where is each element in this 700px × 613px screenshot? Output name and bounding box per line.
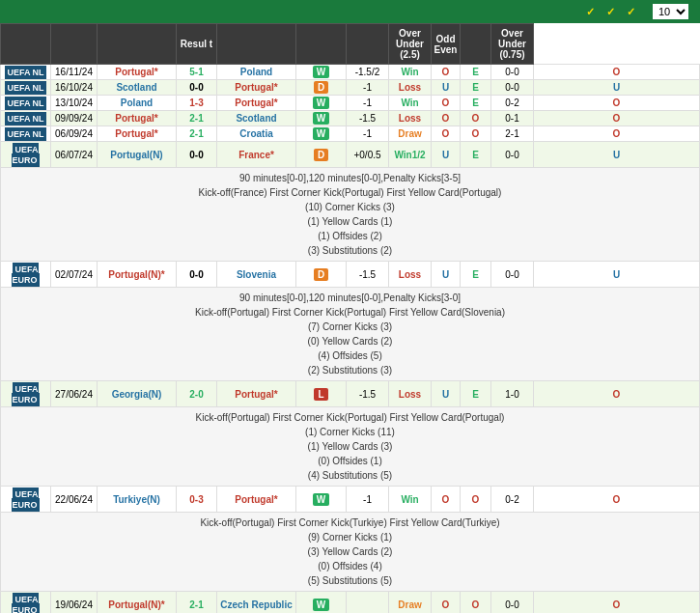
match-competition: UEFA NL xyxy=(1,111,51,126)
match-odds: Loss xyxy=(389,381,432,407)
col-header-date xyxy=(51,24,98,65)
match-competition: UEFA EURO xyxy=(1,142,51,168)
match-date: 06/09/24 xyxy=(51,126,98,142)
match-team1: Portugal(N)* xyxy=(98,262,177,288)
match-ht: 2-1 xyxy=(491,126,534,142)
col-header-odds xyxy=(347,24,389,65)
col-header-match xyxy=(1,24,51,65)
match-date: 27/06/24 xyxy=(51,381,98,407)
match-team1: Poland xyxy=(98,96,177,111)
match-competition: UEFA NL xyxy=(1,80,51,96)
match-wdl: W xyxy=(296,126,347,142)
match-odds: Loss xyxy=(389,80,432,96)
match-wdl: W xyxy=(296,65,347,80)
detail-row: Kick-off(Portugal) First Corner Kick(Tur… xyxy=(1,513,700,592)
match-team1: Scotland xyxy=(98,80,177,96)
match-date: 19/06/24 xyxy=(51,592,98,614)
match-date: 22/06/24 xyxy=(51,487,98,513)
match-odds: Loss xyxy=(389,111,432,126)
match-handicap: -1 xyxy=(347,487,389,513)
col-header-over075: Over Under (0.75) xyxy=(491,24,534,65)
match-team2: Portugal* xyxy=(217,487,296,513)
match-competition: UEFA EURO xyxy=(1,592,51,614)
match-ht: 0-0 xyxy=(491,142,534,168)
col-header-team1 xyxy=(98,24,177,65)
match-ht: 0-1 xyxy=(491,111,534,126)
match-over075: O xyxy=(534,111,700,126)
table-row: UEFA NL 16/11/24 Portugal* 5-1 Poland W … xyxy=(1,65,700,80)
match-competition: UEFA NL xyxy=(1,96,51,111)
match-odd-even: O xyxy=(461,592,491,614)
match-team1: Turkiye(N) xyxy=(98,487,177,513)
detail-text: Kick-off(Portugal) First Corner Kick(Tur… xyxy=(1,513,700,592)
match-odd-even: E xyxy=(461,142,491,168)
match-date: 09/09/24 xyxy=(51,111,98,126)
col-header-result: Resul t xyxy=(177,24,217,65)
match-ht: 0-0 xyxy=(491,80,534,96)
match-wdl: W xyxy=(296,487,347,513)
match-handicap xyxy=(347,592,389,614)
col-header-handicap xyxy=(296,24,347,65)
header-bar: ✓ ✓ ✓ 10 20 30 xyxy=(0,0,700,23)
match-result: 0-3 xyxy=(177,487,217,513)
match-odd-even: E xyxy=(461,80,491,96)
table-row: UEFA NL 16/10/24 Scotland 0-0 Portugal* … xyxy=(1,80,700,96)
match-result: 2-0 xyxy=(177,381,217,407)
match-team1: Portugal(N)* xyxy=(98,592,177,614)
match-odds: Draw xyxy=(389,592,432,614)
match-wdl: D xyxy=(296,142,347,168)
games-select[interactable]: 10 20 30 xyxy=(653,4,688,19)
match-team1: Portugal* xyxy=(98,126,177,142)
match-result: 5-1 xyxy=(177,65,217,80)
match-handicap: -1.5/2 xyxy=(347,65,389,80)
match-odd-even: O xyxy=(461,487,491,513)
match-odds: Win xyxy=(389,487,432,513)
col-header-team2 xyxy=(217,24,296,65)
match-team2: Scotland xyxy=(217,111,296,126)
match-odds: Draw xyxy=(389,126,432,142)
match-over-under: O xyxy=(432,111,461,126)
match-date: 02/07/24 xyxy=(51,262,98,288)
match-handicap: -1 xyxy=(347,126,389,142)
detail-text: 90 minutes[0-0],120 minutes[0-0],Penalty… xyxy=(1,168,700,262)
match-odd-even: O xyxy=(461,126,491,142)
match-result: 1-3 xyxy=(177,96,217,111)
match-wdl: W xyxy=(296,111,347,126)
col-header-over-under: Over Under (2.5) xyxy=(389,24,432,65)
match-result: 2-1 xyxy=(177,126,217,142)
match-wdl: L xyxy=(296,381,347,407)
match-handicap: -1 xyxy=(347,80,389,96)
table-row: UEFA NL 13/10/24 Poland 1-3 Portugal* W … xyxy=(1,96,700,111)
match-date: 16/10/24 xyxy=(51,80,98,96)
match-over075: O xyxy=(534,126,700,142)
match-competition: UEFA EURO xyxy=(1,381,51,407)
match-odds: Win xyxy=(389,96,432,111)
match-team2: Croatia xyxy=(217,126,296,142)
match-over075: O xyxy=(534,96,700,111)
match-over-under: O xyxy=(432,487,461,513)
match-result: 0-0 xyxy=(177,80,217,96)
match-odd-even: O xyxy=(461,111,491,126)
table-row: UEFA NL 06/09/24 Portugal* 2-1 Croatia W… xyxy=(1,126,700,142)
check-icon-1: ✓ xyxy=(586,6,595,18)
check-icon-3: ✓ xyxy=(627,6,635,18)
detail-row: 90 minutes[0-0],120 minutes[0-0],Penalty… xyxy=(1,168,700,262)
match-over-under: U xyxy=(432,142,461,168)
match-odds: Win1/2 xyxy=(389,142,432,168)
detail-text: 90 minutes[0-0],120 minutes[0-0],Penalty… xyxy=(1,288,700,381)
match-team2: Czech Republic xyxy=(217,592,296,614)
match-ht: 0-2 xyxy=(491,487,534,513)
match-team2: Poland xyxy=(217,65,296,80)
match-competition: UEFA EURO xyxy=(1,262,51,288)
match-competition: UEFA NL xyxy=(1,126,51,142)
match-team1: Georgia(N) xyxy=(98,381,177,407)
match-result: 2-1 xyxy=(177,111,217,126)
match-odd-even: E xyxy=(461,262,491,288)
match-odds: Win xyxy=(389,65,432,80)
match-competition: UEFA NL xyxy=(1,65,51,80)
match-odd-even: E xyxy=(461,381,491,407)
match-team1: Portugal(N) xyxy=(98,142,177,168)
match-ht: 0-0 xyxy=(491,65,534,80)
table-row: UEFA EURO 27/06/24 Georgia(N) 2-0 Portug… xyxy=(1,381,700,407)
match-over-under: U xyxy=(432,80,461,96)
